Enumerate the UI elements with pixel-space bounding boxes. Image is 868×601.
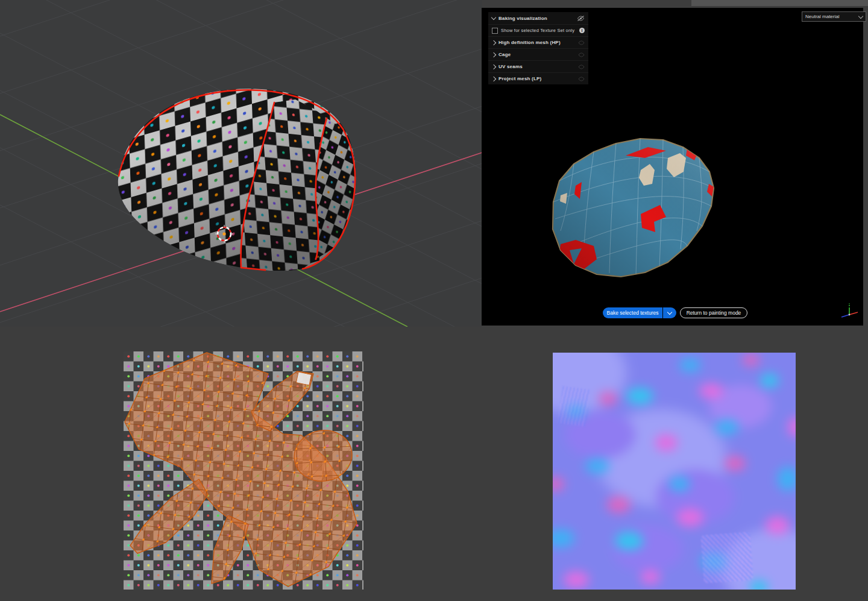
baked-normal-map[interactable] [553,353,796,590]
eye-icon[interactable] [578,65,585,69]
eye-icon[interactable] [578,40,585,45]
panel-row-cage[interactable]: Cage [488,48,588,60]
painter-baking-viewport[interactable]: Baking visualization Show for selected T… [482,8,863,326]
bake-selected-textures-button[interactable]: Bake selected textures [603,307,662,318]
uv-selected-face [296,372,311,385]
panel-row-uv-seams[interactable]: UV seams [488,60,588,72]
panel-title: Baking visualization [498,16,574,21]
material-dropdown[interactable]: Neutral material [802,11,866,22]
axis-gizmo[interactable] [840,302,861,324]
panel-header-row[interactable]: Baking visualization [488,12,588,24]
chevron-right-icon [491,52,496,57]
show-selected-label: Show for selected Texture Set only [501,28,576,33]
normal-map-ribbed-patch-small [558,386,590,427]
row-label: Project mesh (LP) [498,76,575,81]
eye-icon[interactable] [578,52,585,57]
show-selected-row[interactable]: Show for selected Texture Set only i [488,24,588,36]
bake-options-dropdown-button[interactable] [663,307,676,318]
chevron-right-icon [491,76,496,81]
normal-map-blobs [553,353,796,590]
window-edge-highlight [691,0,868,6]
chevron-right-icon [491,40,496,45]
chevron-down-icon [858,13,863,18]
info-icon[interactable]: i [579,28,585,33]
row-label: UV seams [498,64,575,69]
row-label: High definition mesh (HP) [498,40,575,45]
collage-canvas: Baking visualization Show for selected T… [0,0,868,601]
eye-slash-icon[interactable] [577,15,585,22]
eye-icon[interactable] [578,77,585,81]
baking-footer: Bake selected textures Return to paintin… [482,307,863,318]
chevron-down-icon [491,15,496,20]
normal-map-ribbed-patch [700,532,753,584]
chevron-right-icon [491,64,496,69]
row-label: Cage [498,52,575,57]
material-dropdown-value: Neutral material [805,14,857,19]
blender-3d-viewport[interactable] [0,0,482,327]
chevron-down-icon [667,310,672,315]
panel-row-project-mesh[interactable]: Project mesh (LP) [488,72,588,84]
show-selected-checkbox[interactable] [492,28,498,34]
return-to-painting-mode-button[interactable]: Return to painting mode [680,307,747,318]
panel-row-hp-mesh[interactable]: High definition mesh (HP) [488,36,588,48]
baking-visualization-panel: Baking visualization Show for selected T… [488,12,588,84]
uv-editor-view[interactable] [124,351,363,590]
